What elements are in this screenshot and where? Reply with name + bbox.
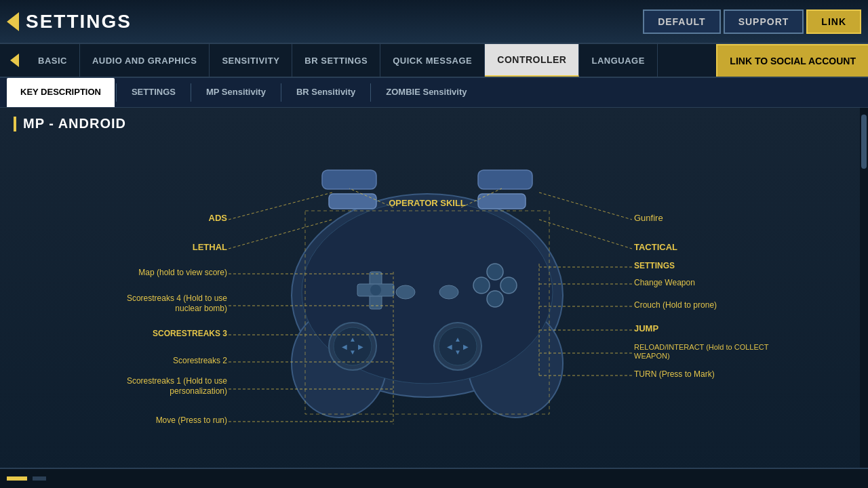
svg-text:Gunfire: Gunfire (634, 213, 663, 223)
link-button[interactable]: LINK (806, 9, 861, 34)
tab-divider-4 (370, 83, 371, 102)
tab-divider-2 (191, 83, 191, 102)
scrollbar-thumb[interactable] (861, 115, 867, 169)
svg-line-55 (539, 220, 632, 249)
subtab-br-sensitivity[interactable]: BR Sensitivity (283, 78, 369, 107)
back-arrow-icon (7, 12, 19, 31)
tab-sensitivity[interactable]: SENSITIVITY (210, 44, 292, 77)
tab-divider-1 (116, 83, 117, 102)
svg-text:Change Weapon: Change Weapon (634, 278, 695, 287)
svg-point-24 (439, 327, 477, 365)
svg-text:Crouch (Hold to prone): Crouch (Hold to prone) (634, 300, 717, 310)
svg-text:JUMP: JUMP (634, 323, 658, 333)
svg-text:LETHAL: LETHAL (193, 242, 227, 252)
nav-back-arrow-icon (10, 54, 19, 67)
tab-basic[interactable]: BASIC (26, 44, 80, 77)
svg-text:▼: ▼ (454, 348, 461, 356)
subtab-zombie-sensitivity[interactable]: ZOMBIE Sensitivity (372, 78, 480, 107)
svg-point-13 (487, 264, 503, 280)
svg-text:OPERATOR SKILL: OPERATOR SKILL (389, 198, 466, 208)
svg-point-14 (500, 277, 517, 293)
svg-point-18 (334, 327, 372, 365)
svg-rect-5 (478, 170, 532, 189)
svg-text:◀: ◀ (447, 343, 452, 350)
bottom-indicator-1 (7, 476, 27, 481)
page-title: SETTINGS (26, 11, 643, 33)
svg-text:Scorestreaks 4 (Hold to use: Scorestreaks 4 (Hold to use (127, 293, 227, 303)
social-account-button[interactable]: LINK TO SOCIAL ACCOUNT (716, 44, 868, 77)
svg-point-15 (487, 291, 503, 307)
svg-rect-6 (329, 194, 376, 209)
svg-text:Scorestreaks 1 (Hold to use: Scorestreaks 1 (Hold to use (127, 376, 227, 386)
subtab-key-description[interactable]: KEY DESCRIPTION (7, 78, 115, 107)
svg-point-12 (439, 285, 458, 299)
svg-text:TACTICAL: TACTICAL (634, 242, 677, 252)
svg-text:▲: ▲ (349, 336, 356, 343)
section-title: MP - ANDROID (0, 108, 868, 140)
controller-diagram-svg: ▲ ▼ ◀ ▶ ▲ ▼ ◀ ▶ OPERATOR SKILL (0, 140, 854, 465)
svg-text:▼: ▼ (349, 348, 356, 356)
nav-back-button[interactable] (3, 44, 26, 77)
tab-br-settings[interactable]: BR SETTINGS (292, 44, 380, 77)
header-buttons: DEFAULT SUPPORT LINK (643, 9, 861, 34)
main-content: MP - ANDROID (0, 108, 868, 488)
bottom-indicator-2 (33, 476, 46, 481)
svg-point-11 (396, 285, 415, 299)
svg-text:Move (Press to run): Move (Press to run) (156, 415, 227, 425)
section-bar-icon (14, 117, 16, 131)
svg-text:WEAPON): WEAPON) (634, 352, 670, 360)
back-button[interactable] (7, 12, 19, 31)
svg-text:ADS: ADS (209, 213, 228, 223)
nav-tabs: BASIC AUDIO AND GRAPHICS SENSITIVITY BR … (0, 44, 868, 78)
svg-text:Map (hold to view score): Map (hold to view score) (138, 268, 227, 277)
svg-text:◀: ◀ (342, 343, 347, 350)
svg-line-53 (539, 192, 632, 220)
svg-text:SCORESTREAKS 3: SCORESTREAKS 3 (153, 329, 227, 338)
svg-text:▶: ▶ (358, 343, 363, 350)
top-header: SETTINGS DEFAULT SUPPORT LINK (0, 0, 868, 44)
svg-text:Scorestreaks 2: Scorestreaks 2 (173, 356, 227, 365)
subtab-mp-sensitivity[interactable]: MP Sensitivity (193, 78, 279, 107)
svg-rect-7 (478, 194, 526, 209)
svg-point-16 (473, 277, 490, 293)
svg-point-10 (370, 285, 381, 296)
section-title-text: MP - ANDROID (23, 116, 126, 131)
svg-text:▲: ▲ (454, 336, 461, 343)
default-button[interactable]: DEFAULT (643, 9, 721, 34)
svg-text:personalization): personalization) (170, 386, 227, 396)
tab-quick-message[interactable]: QUICK MESSAGE (380, 44, 485, 77)
svg-text:▶: ▶ (463, 343, 469, 350)
svg-text:RELOAD/INTERACT (Hold to COLLE: RELOAD/INTERACT (Hold to COLLECT (634, 343, 769, 351)
svg-text:SETTINGS: SETTINGS (634, 261, 675, 270)
controller-diagram-area: ▲ ▼ ◀ ▶ ▲ ▼ ◀ ▶ OPERATOR SKILL (0, 140, 868, 483)
svg-text:nuclear bomb): nuclear bomb) (175, 304, 227, 313)
subtab-settings[interactable]: SETTINGS (118, 78, 189, 107)
bottom-bar (0, 468, 868, 488)
svg-line-34 (229, 192, 332, 220)
tab-audio-graphics[interactable]: AUDIO AND GRAPHICS (80, 44, 210, 77)
support-button[interactable]: SUPPORT (724, 9, 804, 34)
svg-text:TURN (Press to Mark): TURN (Press to Mark) (634, 369, 715, 379)
tab-divider-3 (281, 83, 281, 102)
svg-rect-4 (322, 170, 376, 189)
scrollbar[interactable] (860, 108, 868, 488)
sub-tabs: KEY DESCRIPTION SETTINGS MP Sensitivity … (0, 78, 868, 108)
tab-language[interactable]: LANGUAGE (579, 44, 657, 77)
tab-controller[interactable]: CONTROLLER (485, 44, 579, 77)
